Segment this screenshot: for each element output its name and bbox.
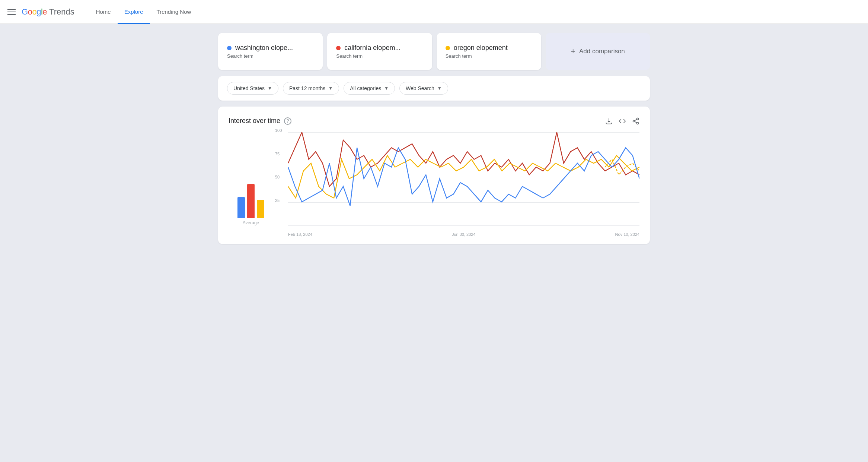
x-label-nov: Nov 10, 2024 (615, 232, 639, 237)
grid-label-75: 75 (275, 152, 280, 156)
chart-title-row: Interest over time ? (229, 117, 291, 125)
chart-header: Interest over time ? (229, 117, 639, 125)
chart-actions (605, 117, 639, 125)
avg-bar-oregon (257, 200, 264, 218)
filter-time[interactable]: Past 12 months ▼ (283, 82, 339, 95)
main-content: washington elope... Search term californ… (211, 24, 657, 253)
logo-trends-label: Trends (49, 7, 74, 17)
term-dot-california (336, 46, 341, 50)
add-comparison-card[interactable]: + Add comparison (546, 33, 650, 70)
avg-bars (237, 166, 264, 218)
filter-category[interactable]: All categories ▼ (344, 82, 395, 95)
filter-location-label: United States (233, 85, 265, 91)
chart-line-area: 100 75 50 25 (273, 132, 639, 237)
grid-label-100: 100 (275, 128, 282, 133)
main-nav: Home Explore Trending Now (89, 0, 198, 23)
x-labels: Feb 18, 2024 Jun 30, 2024 Nov 10, 2024 (288, 225, 639, 237)
nav-trending[interactable]: Trending Now (150, 0, 198, 24)
term-type-oregon: Search term (446, 53, 532, 59)
card-header-california: california elopem... (336, 44, 423, 52)
term-name-oregon: oregon elopement (454, 44, 508, 52)
search-term-card-california[interactable]: california elopem... Search term (327, 33, 432, 70)
avg-bar-california (247, 184, 255, 218)
chart-title: Interest over time (229, 117, 280, 125)
nav-explore[interactable]: Explore (118, 0, 150, 24)
svg-line-3 (635, 121, 637, 123)
x-label-feb: Feb 18, 2024 (288, 232, 312, 237)
avg-label: Average (243, 220, 259, 225)
search-terms-row: washington elope... Search term californ… (218, 33, 650, 70)
filter-search-type[interactable]: Web Search ▼ (399, 82, 448, 95)
add-comparison-label: Add comparison (579, 48, 625, 55)
avg-bar-washington (237, 197, 245, 218)
term-dot-oregon (446, 46, 450, 50)
grid-label-25: 25 (275, 198, 280, 203)
help-icon[interactable]: ? (284, 117, 291, 125)
search-term-card-oregon[interactable]: oregon elopement Search term (437, 33, 541, 70)
card-header-washington: washington elope... (227, 44, 314, 52)
filter-time-label: Past 12 months (289, 85, 325, 91)
filter-category-label: All categories (350, 85, 381, 91)
filter-location[interactable]: United States ▼ (227, 82, 278, 95)
grid-label-50: 50 (275, 175, 280, 179)
nav-home[interactable]: Home (89, 0, 118, 24)
logo[interactable]: Google Trends (22, 7, 74, 17)
x-label-jun: Jun 30, 2024 (452, 232, 476, 237)
menu-icon[interactable] (7, 9, 16, 15)
filters-row: United States ▼ Past 12 months ▼ All cat… (218, 76, 650, 101)
chart-average: Average (229, 132, 273, 237)
search-term-card-washington[interactable]: washington elope... Search term (218, 33, 323, 70)
chevron-down-icon-location: ▼ (268, 86, 272, 91)
svg-point-1 (633, 120, 635, 122)
term-name-california: california elopem... (344, 44, 401, 52)
filter-search-type-label: Web Search (406, 85, 434, 91)
header: Google Trends Home Explore Trending Now (0, 0, 868, 24)
svg-point-0 (637, 118, 639, 120)
embed-icon[interactable] (619, 117, 626, 125)
chevron-down-icon-search-type: ▼ (437, 86, 442, 91)
term-type-washington: Search term (227, 53, 314, 59)
share-icon[interactable] (632, 117, 639, 125)
chevron-down-icon-category: ▼ (384, 86, 389, 91)
chart-area: Average 100 75 50 25 (229, 132, 639, 237)
card-header-oregon: oregon elopement (446, 44, 532, 52)
svg-line-4 (635, 119, 637, 120)
svg-point-2 (637, 122, 639, 124)
term-type-california: Search term (336, 53, 423, 59)
chart-card: Interest over time ? (218, 107, 650, 244)
download-icon[interactable] (605, 117, 613, 125)
term-name-washington: washington elope... (235, 44, 293, 52)
add-comparison-plus-icon: + (571, 47, 575, 56)
line-chart-svg (288, 132, 639, 210)
chevron-down-icon-time: ▼ (328, 86, 333, 91)
term-dot-washington (227, 46, 232, 50)
